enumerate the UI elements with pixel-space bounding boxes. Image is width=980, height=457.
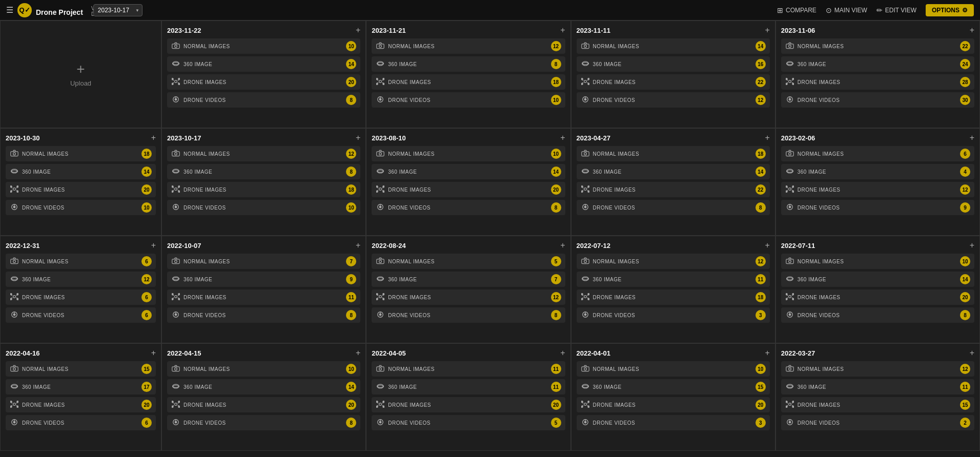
hamburger-icon[interactable]: ☰ — [6, 5, 13, 15]
item-row-video[interactable]: DRONE VIDEOS8 — [577, 200, 770, 215]
cell-add-button[interactable]: + — [356, 349, 360, 357]
item-row-video[interactable]: DRONE VIDEOS8 — [167, 92, 360, 108]
item-row-drone[interactable]: DRONE IMAGES28 — [781, 74, 974, 90]
main-view-button[interactable]: ⊙ MAIN VIEW — [826, 6, 867, 14]
item-row-video[interactable]: DRONE VIDEOS8 — [167, 415, 360, 430]
cell-add-button[interactable]: + — [970, 241, 974, 250]
item-row-drone[interactable]: DRONE IMAGES18 — [372, 74, 565, 90]
cell-add-button[interactable]: + — [560, 26, 565, 34]
item-row-360[interactable]: 360 IMAGE16 — [577, 56, 770, 72]
item-row-drone[interactable]: DRONE IMAGES20 — [6, 182, 156, 197]
item-row-video[interactable]: DRONE VIDEOS8 — [372, 200, 565, 215]
item-row-360[interactable]: 360 IMAGE24 — [781, 56, 974, 72]
cell-add-button[interactable]: + — [151, 134, 156, 142]
item-row-video[interactable]: DRONE VIDEOS5 — [372, 415, 565, 430]
item-row-360[interactable]: 360 IMAGE9 — [167, 272, 360, 287]
item-row-normal[interactable]: NORMAL IMAGES10 — [781, 254, 974, 269]
cell-add-button[interactable]: + — [970, 349, 974, 357]
item-row-drone[interactable]: DRONE IMAGES11 — [167, 289, 360, 305]
date-dropdown[interactable]: 2023-10-17 — [93, 4, 142, 16]
item-row-drone[interactable]: DRONE IMAGES18 — [167, 182, 360, 197]
cell-add-button[interactable]: + — [151, 349, 156, 357]
item-row-video[interactable]: DRONE VIDEOS6 — [6, 307, 156, 323]
item-row-normal[interactable]: NORMAL IMAGES5 — [372, 254, 565, 269]
item-row-360[interactable]: 360 IMAGE14 — [781, 272, 974, 287]
item-row-drone[interactable]: DRONE IMAGES22 — [577, 74, 770, 90]
item-row-normal[interactable]: NORMAL IMAGES22 — [781, 38, 974, 54]
item-row-video[interactable]: DRONE VIDEOS10 — [372, 92, 565, 108]
item-row-normal[interactable]: NORMAL IMAGES10 — [167, 361, 360, 377]
item-row-360[interactable]: 360 IMAGE8 — [167, 164, 360, 179]
item-row-normal[interactable]: NORMAL IMAGES12 — [372, 38, 565, 54]
cell-add-button[interactable]: + — [970, 134, 974, 142]
item-row-360[interactable]: 360 IMAGE14 — [6, 164, 156, 179]
item-row-360[interactable]: 360 IMAGE17 — [6, 379, 156, 394]
compare-button[interactable]: ⊞ COMPARE — [777, 6, 816, 14]
item-row-normal[interactable]: NORMAL IMAGES6 — [6, 254, 156, 269]
cell-add-button[interactable]: + — [765, 26, 769, 34]
item-row-drone[interactable]: DRONE IMAGES18 — [577, 289, 770, 305]
cell-add-button[interactable]: + — [356, 26, 360, 34]
item-row-video[interactable]: DRONE VIDEOS3 — [577, 307, 770, 323]
item-row-normal[interactable]: NORMAL IMAGES18 — [6, 146, 156, 161]
cell-add-button[interactable]: + — [560, 241, 565, 250]
item-row-normal[interactable]: NORMAL IMAGES12 — [781, 361, 974, 377]
item-row-360[interactable]: 360 IMAGE14 — [167, 379, 360, 394]
item-row-normal[interactable]: NORMAL IMAGES12 — [577, 254, 770, 269]
item-row-video[interactable]: DRONE VIDEOS2 — [781, 415, 974, 430]
item-row-video[interactable]: DRONE VIDEOS8 — [372, 307, 565, 323]
cell-add-button[interactable]: + — [151, 241, 156, 250]
item-row-drone[interactable]: DRONE IMAGES22 — [577, 182, 770, 197]
item-row-360[interactable]: 360 IMAGE8 — [372, 56, 565, 72]
item-row-video[interactable]: DRONE VIDEOS10 — [167, 200, 360, 215]
item-row-360[interactable]: 360 IMAGE11 — [781, 379, 974, 394]
item-row-drone[interactable]: DRONE IMAGES12 — [372, 289, 565, 305]
item-row-normal[interactable]: NORMAL IMAGES6 — [781, 146, 974, 161]
date-dropdown-wrap[interactable]: 2023-10-17 — [93, 4, 142, 16]
item-row-video[interactable]: DRONE VIDEOS12 — [577, 92, 770, 108]
cell-add-button[interactable]: + — [765, 134, 769, 142]
options-button[interactable]: OPTIONS ⚙ — [926, 4, 974, 16]
item-row-video[interactable]: DRONE VIDEOS30 — [781, 92, 974, 108]
item-row-normal[interactable]: NORMAL IMAGES10 — [577, 361, 770, 377]
item-row-360[interactable]: 360 IMAGE11 — [577, 272, 770, 287]
cell-add-button[interactable]: + — [560, 134, 565, 142]
item-row-drone[interactable]: DRONE IMAGES20 — [167, 74, 360, 90]
item-row-drone[interactable]: DRONE IMAGES20 — [781, 289, 974, 305]
item-row-normal[interactable]: NORMAL IMAGES18 — [577, 146, 770, 161]
item-row-drone[interactable]: DRONE IMAGES20 — [167, 397, 360, 412]
item-row-drone[interactable]: DRONE IMAGES20 — [577, 397, 770, 412]
item-row-normal[interactable]: NORMAL IMAGES11 — [372, 361, 565, 377]
item-row-360[interactable]: 360 IMAGE7 — [372, 272, 565, 287]
cell-add-button[interactable]: + — [356, 241, 360, 250]
cell-add-button[interactable]: + — [560, 349, 565, 357]
item-row-video[interactable]: DRONE VIDEOS3 — [577, 415, 770, 430]
item-row-video[interactable]: DRONE VIDEOS8 — [781, 307, 974, 323]
cell-add-button[interactable]: + — [765, 241, 769, 250]
cell-add-button[interactable]: + — [765, 349, 769, 357]
item-row-drone[interactable]: DRONE IMAGES20 — [372, 397, 565, 412]
item-row-video[interactable]: DRONE VIDEOS10 — [6, 200, 156, 215]
item-row-normal[interactable]: NORMAL IMAGES10 — [372, 146, 565, 161]
item-row-video[interactable]: DRONE VIDEOS9 — [781, 200, 974, 215]
item-row-drone[interactable]: DRONE IMAGES12 — [781, 182, 974, 197]
item-row-360[interactable]: 360 IMAGE12 — [6, 272, 156, 287]
item-row-drone[interactable]: DRONE IMAGES20 — [372, 182, 565, 197]
item-row-normal[interactable]: NORMAL IMAGES12 — [167, 146, 360, 161]
item-row-normal[interactable]: NORMAL IMAGES7 — [167, 254, 360, 269]
item-row-normal[interactable]: NORMAL IMAGES14 — [577, 38, 770, 54]
item-row-normal[interactable]: NORMAL IMAGES10 — [167, 38, 360, 54]
upload-cell[interactable]: + Upload — [0, 20, 161, 128]
item-row-360[interactable]: 360 IMAGE14 — [577, 164, 770, 179]
item-row-drone[interactable]: DRONE IMAGES20 — [6, 397, 156, 412]
item-row-360[interactable]: 360 IMAGE11 — [372, 379, 565, 394]
item-row-360[interactable]: 360 IMAGE15 — [577, 379, 770, 394]
item-row-360[interactable]: 360 IMAGE14 — [372, 164, 565, 179]
item-row-video[interactable]: DRONE VIDEOS8 — [167, 307, 360, 323]
item-row-normal[interactable]: NORMAL IMAGES15 — [6, 361, 156, 377]
cell-add-button[interactable]: + — [970, 26, 974, 34]
item-row-drone[interactable]: DRONE IMAGES6 — [6, 289, 156, 305]
item-row-360[interactable]: 360 IMAGE14 — [167, 56, 360, 72]
item-row-360[interactable]: 360 IMAGE4 — [781, 164, 974, 179]
item-row-drone[interactable]: DRONE IMAGES15 — [781, 397, 974, 412]
